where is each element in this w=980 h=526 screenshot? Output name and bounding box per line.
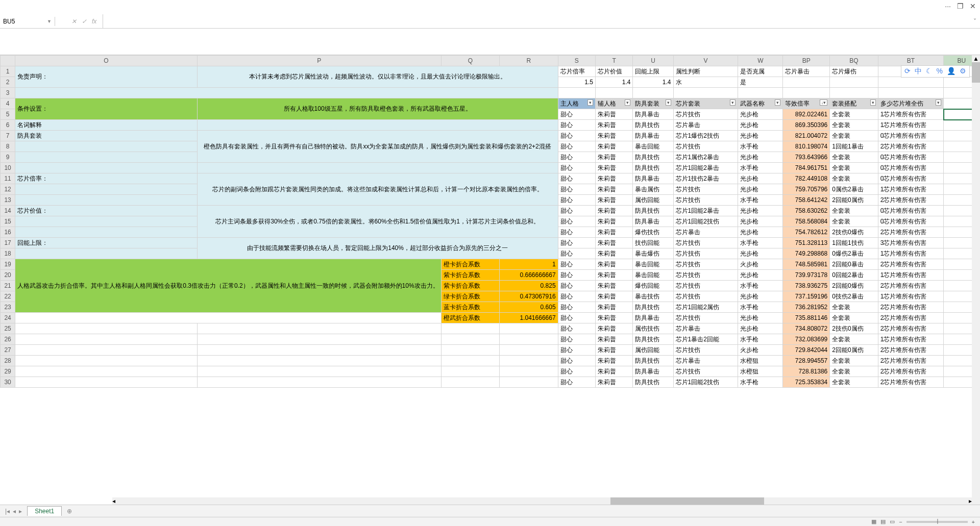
cell[interactable]: 全套装 [830, 356, 878, 366]
cell[interactable]: 2芯片堆所有伤害 [878, 195, 944, 206]
cell[interactable] [197, 323, 441, 334]
cell[interactable]: 736.281952 [783, 302, 830, 313]
cell[interactable]: 暴击属伤 [633, 184, 673, 195]
cell[interactable]: 水手枪 [738, 334, 783, 345]
cell[interactable]: 光步枪 [738, 227, 783, 238]
filter-header[interactable]: 武器名称▾ [738, 98, 783, 109]
col-header[interactable]: O [15, 56, 197, 66]
cell[interactable] [441, 334, 500, 345]
cell[interactable]: 869.350396 [783, 120, 830, 131]
cell[interactable]: 全套装 [830, 206, 878, 216]
row-header[interactable]: 25 [1, 323, 15, 334]
cell[interactable]: 芯片爆伤 [830, 66, 878, 77]
cell[interactable]: 朱莉普 [596, 259, 633, 270]
cell[interactable]: 728.81386 [783, 366, 830, 377]
cell[interactable]: 爆伤回能 [633, 281, 673, 291]
cell[interactable]: 火步枪 [738, 345, 783, 356]
cell[interactable] [15, 377, 197, 388]
cell[interactable] [830, 88, 878, 98]
cell[interactable]: 甜心 [558, 291, 595, 302]
cell[interactable]: 1芯片堆所有伤害 [878, 120, 944, 131]
cell[interactable] [197, 334, 441, 345]
cell[interactable]: 甜心 [558, 302, 595, 313]
cell[interactable]: 2回能0暴击 [830, 259, 878, 270]
cell[interactable]: 1 [500, 259, 558, 270]
cell[interactable]: 光步枪 [738, 323, 783, 334]
cell[interactable]: 全套装 [830, 313, 878, 323]
row-header[interactable]: 21 [1, 281, 15, 291]
cell[interactable]: 0芯片堆所有伤害 [878, 152, 944, 163]
cell[interactable]: 2技伤0爆伤 [830, 227, 878, 238]
col-header[interactable]: P [197, 56, 441, 66]
filter-dropdown-icon[interactable]: ▾ [870, 99, 876, 106]
cell[interactable]: 紫卡折合系数 [441, 281, 500, 291]
cell[interactable]: 光步枪 [738, 270, 783, 281]
cell[interactable]: 属伤回能 [633, 345, 673, 356]
filter-dropdown-icon[interactable]: ▾ [666, 99, 671, 106]
cell[interactable]: 甜心 [558, 377, 595, 388]
cell[interactable]: 暴击技伤 [633, 291, 673, 302]
cell[interactable]: 爆伤技伤 [633, 227, 673, 238]
cell[interactable]: 甜心 [558, 173, 595, 184]
cell[interactable]: 全套装 [830, 302, 878, 313]
dark-mode-icon[interactable]: ☾ [926, 67, 933, 76]
row-header[interactable]: 9 [1, 152, 15, 163]
select-all-corner[interactable] [1, 56, 15, 66]
cell[interactable]: 朱莉普 [596, 195, 633, 206]
cell[interactable]: 是 [738, 77, 783, 88]
user-icon[interactable]: 👤 [947, 67, 955, 76]
cell[interactable]: 朱莉普 [596, 163, 633, 173]
cell[interactable]: 芯片暴击 [673, 323, 738, 334]
cell[interactable]: 758.568084 [783, 216, 830, 227]
cell[interactable]: 朱莉普 [596, 248, 633, 259]
cell[interactable]: 749.298868 [783, 248, 830, 259]
cell[interactable]: 2芯片堆所有伤害 [878, 302, 944, 313]
filter-dropdown-icon[interactable]: ▾ [625, 99, 630, 106]
cell[interactable]: 属伤技伤 [633, 323, 673, 334]
row-header[interactable]: 7 [1, 131, 15, 141]
row-header[interactable]: 20 [1, 270, 15, 281]
cell[interactable]: 防具技伤 [633, 120, 673, 131]
col-header[interactable]: BQ [830, 56, 878, 66]
cell[interactable]: 甜心 [558, 131, 595, 141]
cell[interactable]: 2回能0属伤 [830, 345, 878, 356]
cell[interactable]: 火步枪 [738, 259, 783, 270]
cell[interactable]: 防具技伤 [633, 152, 673, 163]
cell[interactable]: 2芯片堆所有伤害 [878, 345, 944, 356]
cell[interactable]: 光步枪 [738, 152, 783, 163]
cell[interactable]: 紫卡折合系数 [441, 270, 500, 281]
cell[interactable]: 甜心 [558, 216, 595, 227]
filter-header[interactable]: 多少芯片堆全伤▾ [878, 98, 944, 109]
cell[interactable]: 防具暴击 [633, 216, 673, 227]
row-header[interactable]: 14 [1, 206, 15, 216]
cell[interactable]: 芯片1回能2属伤 [673, 302, 738, 313]
name-box[interactable]: BU5▼ [0, 17, 55, 26]
cell[interactable]: 甜心 [558, 323, 595, 334]
cell[interactable] [633, 88, 673, 98]
close-icon[interactable]: ✕ [970, 2, 976, 10]
cell[interactable] [500, 345, 558, 356]
cell[interactable] [500, 334, 558, 345]
cell[interactable]: 水手枪 [738, 302, 783, 313]
formula-expand-icon[interactable]: ˅ [970, 18, 980, 25]
cell[interactable] [197, 356, 441, 366]
cell[interactable]: 朱莉普 [596, 131, 633, 141]
cell[interactable] [558, 88, 595, 98]
cell[interactable]: 暴击爆伤 [633, 248, 673, 259]
cell[interactable]: 732.083699 [783, 334, 830, 345]
cell[interactable]: 793.643966 [783, 152, 830, 163]
cell[interactable]: 芯片价值 [596, 66, 633, 77]
cell[interactable]: 2芯片堆所有伤害 [878, 259, 944, 270]
cell[interactable]: 甜心 [558, 195, 595, 206]
cell[interactable]: 0技伤2暴击 [830, 291, 878, 302]
cell[interactable]: 芯片1回能2技伤 [673, 216, 738, 227]
cell[interactable]: 光步枪 [738, 313, 783, 323]
cell[interactable]: 防具技伤 [633, 163, 673, 173]
row-header[interactable]: 22 [1, 291, 15, 302]
horizontal-scrollbar[interactable]: ◂▸ [112, 497, 972, 505]
cell[interactable]: 朱莉普 [596, 345, 633, 356]
cell[interactable]: 光步枪 [738, 120, 783, 131]
cell[interactable]: 甜心 [558, 152, 595, 163]
cell[interactable]: 甜心 [558, 313, 595, 323]
row-header[interactable]: 24 [1, 313, 15, 323]
